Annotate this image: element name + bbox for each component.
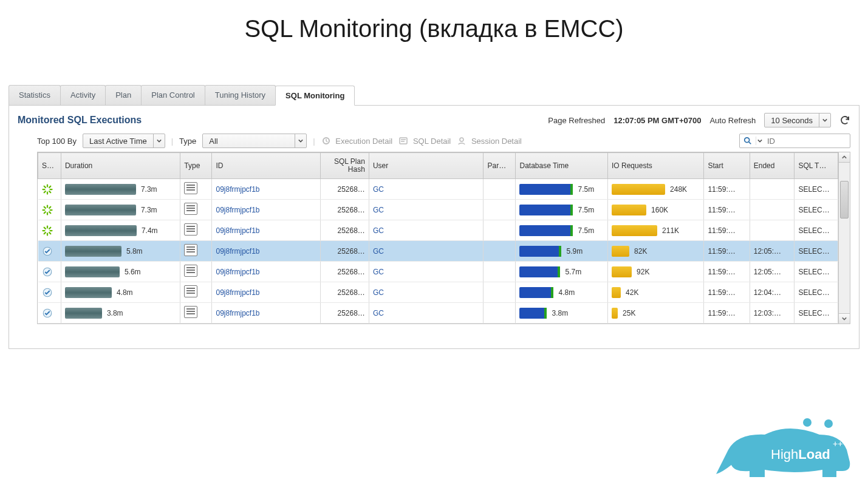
col-db[interactable]: Database Time <box>516 153 608 179</box>
cell-end <box>750 220 795 241</box>
cell-sql-text: SELEC… <box>795 262 838 282</box>
table-row[interactable]: 3.8m09j8frmjpcf1b25268…GC3.8m25K11:59:…1… <box>38 303 838 324</box>
cell-sql-id[interactable]: 09j8frmjpcf1b <box>212 200 321 220</box>
scroll-down-icon[interactable] <box>839 313 850 324</box>
cell-start: 11:59:… <box>704 200 750 220</box>
highload-logo: HighLoad ++ <box>698 416 856 483</box>
cell-user[interactable]: GC <box>369 241 484 262</box>
cell-sql-text: SELEC… <box>795 200 838 220</box>
svg-point-33 <box>824 419 833 428</box>
cell-sql-id[interactable]: 09j8frmjpcf1b <box>212 220 321 241</box>
cell-user[interactable]: GC <box>369 303 484 324</box>
tab-plan-control[interactable]: Plan Control <box>141 85 205 105</box>
top100-select[interactable]: Last Active Time <box>83 134 165 148</box>
toolbar: Top 100 By Last Active Time | Type All |… <box>37 134 850 148</box>
table-row[interactable]: 5.6m09j8frmjpcf1b25268…GC5.7m92K11:59:…1… <box>38 262 838 282</box>
sql-script-icon <box>184 265 197 277</box>
sql-script-icon <box>184 306 197 318</box>
col-status[interactable]: S… <box>38 153 61 179</box>
cell-user[interactable]: GC <box>369 262 484 282</box>
scroll-up-icon[interactable] <box>839 152 850 163</box>
cell-sql-id[interactable]: 09j8frmjpcf1b <box>212 262 321 282</box>
col-id[interactable]: ID <box>212 153 321 179</box>
cell-user[interactable]: GC <box>369 220 484 241</box>
cell-par <box>484 200 516 220</box>
vertical-scrollbar[interactable] <box>838 152 850 324</box>
cell-db-time: 5.7m <box>516 262 608 282</box>
cell-user[interactable]: GC <box>369 179 484 200</box>
auto-refresh-value: 10 Seconds <box>765 116 819 125</box>
col-io[interactable]: IO Requests <box>608 153 704 179</box>
cell-io: 211K <box>608 220 704 241</box>
svg-line-10 <box>44 191 45 192</box>
table-header-row: S… Duration Type ID SQL PlanHash User Pa… <box>38 153 838 179</box>
col-duration[interactable]: Duration <box>61 153 180 179</box>
sql-script-icon <box>184 285 197 297</box>
table-row[interactable]: 7.3m09j8frmjpcf1b25268…GC7.5m248K11:59:…… <box>38 179 838 200</box>
sql-script-icon <box>184 223 197 236</box>
svg-rect-1 <box>400 138 407 144</box>
auto-refresh-select[interactable]: 10 Seconds <box>764 113 831 127</box>
table-row[interactable]: 7.4m09j8frmjpcf1b25268…GC7.5m211K11:59:…… <box>38 220 838 241</box>
cell-user[interactable]: GC <box>369 282 484 303</box>
check-icon <box>38 303 61 324</box>
tab-tuning-history[interactable]: Tuning History <box>205 85 276 105</box>
tab-sql-monitoring[interactable]: SQL Monitoring <box>275 86 355 106</box>
spinner-icon <box>38 179 61 200</box>
col-type[interactable]: Type <box>180 153 212 179</box>
tab-statistics[interactable]: Statistics <box>9 85 61 105</box>
cell-sql-id[interactable]: 09j8frmjpcf1b <box>212 241 321 262</box>
cell-sql-id[interactable]: 09j8frmjpcf1b <box>212 282 321 303</box>
scroll-thumb[interactable] <box>840 181 849 219</box>
spinner-icon <box>38 200 61 220</box>
cell-sql-text: SELEC… <box>795 282 838 303</box>
col-start[interactable]: Start <box>704 153 750 179</box>
content-area: Monitored SQL Executions Page Refreshed … <box>9 106 859 349</box>
chevron-down-icon[interactable] <box>756 138 764 143</box>
chevron-down-icon <box>153 134 165 147</box>
col-par[interactable]: Par… <box>484 153 516 179</box>
scroll-track[interactable] <box>839 163 850 313</box>
chevron-down-icon <box>819 114 830 127</box>
cell-type <box>180 200 212 220</box>
auto-refresh-label: Auto Refresh <box>709 116 756 125</box>
cell-sql-text: SELEC… <box>795 179 838 200</box>
cell-type <box>180 303 212 324</box>
cell-start: 11:59:… <box>704 220 750 241</box>
session-detail-button[interactable]: Session Detail <box>457 136 522 146</box>
col-user[interactable]: User <box>369 153 484 179</box>
cell-type <box>180 262 212 282</box>
cell-io: 82K <box>608 241 704 262</box>
search-input-wrap <box>739 134 850 148</box>
search-icon[interactable] <box>740 137 756 145</box>
execution-detail-icon <box>321 136 331 146</box>
svg-line-18 <box>44 212 45 213</box>
cell-db-time: 4.8m <box>516 282 608 303</box>
table-row[interactable]: 5.8m09j8frmjpcf1b25268…GC5.9m82K11:59:…1… <box>38 241 838 262</box>
cell-par <box>484 241 516 262</box>
page-refreshed-time: 12:07:05 PM GMT+0700 <box>613 116 701 125</box>
tab-activity[interactable]: Activity <box>60 85 106 105</box>
table-row[interactable]: 7.3m09j8frmjpcf1b25268…GC7.5m160K11:59:…… <box>38 200 838 220</box>
execution-detail-button[interactable]: Execution Detail <box>321 136 393 146</box>
cell-io: 160K <box>608 200 704 220</box>
table-row[interactable]: 4.8m09j8frmjpcf1b25268…GC4.8m42K11:59:…1… <box>38 282 838 303</box>
execution-detail-label: Execution Detail <box>335 137 392 146</box>
svg-line-24 <box>44 227 45 228</box>
cell-user[interactable]: GC <box>369 200 484 220</box>
cell-start: 11:59:… <box>704 282 750 303</box>
col-sqlt[interactable]: SQL T… <box>795 153 838 179</box>
tab-plan[interactable]: Plan <box>105 85 142 105</box>
col-end[interactable]: Ended <box>750 153 795 179</box>
sql-detail-button[interactable]: SQL Detail <box>398 136 451 146</box>
sql-script-icon <box>184 182 197 194</box>
cell-end: 12:05:… <box>750 262 795 282</box>
table-wrap: S… Duration Type ID SQL PlanHash User Pa… <box>37 152 850 324</box>
type-select[interactable]: All <box>202 134 307 148</box>
search-input[interactable] <box>764 137 850 146</box>
col-hash[interactable]: SQL PlanHash <box>321 153 369 179</box>
cell-sql-id[interactable]: 09j8frmjpcf1b <box>212 303 321 324</box>
refresh-icon[interactable] <box>839 115 850 126</box>
cell-hash: 25268… <box>321 303 369 324</box>
cell-sql-id[interactable]: 09j8frmjpcf1b <box>212 179 321 200</box>
